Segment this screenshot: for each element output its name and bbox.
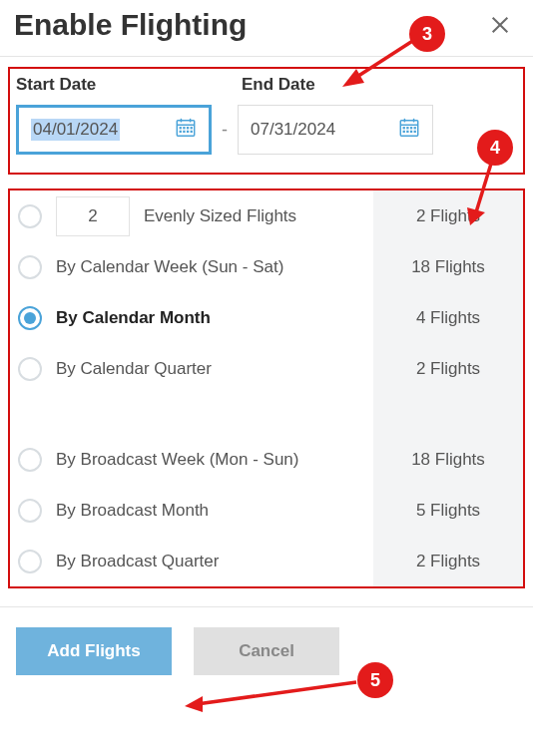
svg-rect-13 <box>191 130 193 132</box>
radio-calqtr[interactable] <box>18 357 42 381</box>
date-range-panel: Start Date End Date 04/01/2024 - 07 <box>8 67 525 175</box>
option-label: Evenly Sized Flights <box>144 206 296 226</box>
cancel-button[interactable]: Cancel <box>194 627 339 675</box>
flight-options-panel: Evenly Sized Flights2 FlightsBy Calendar… <box>8 189 525 588</box>
option-row-custom: Evenly Sized Flights2 Flights <box>10 190 523 241</box>
svg-rect-8 <box>187 127 189 129</box>
date-separator: - <box>212 120 238 141</box>
calendar-icon[interactable] <box>398 117 420 144</box>
radio-bweek[interactable] <box>18 448 42 472</box>
dialog-footer: Add Flights Cancel <box>0 607 533 675</box>
svg-rect-18 <box>403 127 405 129</box>
radio-calmon[interactable] <box>18 306 42 330</box>
option-label: By Calendar Week (Sun - Sat) <box>56 257 283 277</box>
option-flight-count: 18 Flights <box>373 241 523 292</box>
calendar-icon[interactable] <box>175 117 197 144</box>
svg-rect-22 <box>403 130 405 132</box>
option-flight-count: 18 Flights <box>373 434 523 485</box>
option-label: By Broadcast Quarter <box>56 552 219 571</box>
option-row-bqtr: By Broadcast Quarter2 Flights <box>10 536 523 586</box>
option-label: By Broadcast Week (Mon - Sun) <box>56 450 298 470</box>
option-row-calmon: By Calendar Month4 Flights <box>10 292 523 343</box>
radio-bmon[interactable] <box>18 499 42 523</box>
close-icon[interactable] <box>487 12 513 38</box>
option-label: By Calendar Quarter <box>56 359 212 379</box>
dialog-title: Enable Flighting <box>14 8 247 42</box>
option-flight-count: 2 Flights <box>373 190 523 241</box>
start-date-label: Start Date <box>16 69 242 105</box>
annotation-bubble-3: 3 <box>409 16 445 52</box>
end-date-input[interactable]: 07/31/2024 <box>238 105 433 155</box>
svg-rect-23 <box>406 130 408 132</box>
option-flight-count: 2 Flights <box>373 343 523 394</box>
radio-calweek[interactable] <box>18 255 42 279</box>
option-label: By Broadcast Month <box>56 501 209 521</box>
svg-rect-25 <box>414 130 416 132</box>
end-date-label: End Date <box>242 69 315 105</box>
option-flight-count: 4 Flights <box>373 292 523 343</box>
option-label: By Calendar Month <box>56 308 211 328</box>
option-flight-count: 2 Flights <box>373 536 523 586</box>
option-row-calqtr: By Calendar Quarter2 Flights <box>10 343 523 394</box>
option-row-bmon: By Broadcast Month5 Flights <box>10 485 523 536</box>
svg-rect-12 <box>187 130 189 132</box>
svg-rect-11 <box>183 130 185 132</box>
end-date-value: 07/31/2024 <box>251 120 335 140</box>
svg-rect-6 <box>180 127 182 129</box>
radio-bqtr[interactable] <box>18 550 42 573</box>
custom-flight-count-input[interactable] <box>56 196 130 236</box>
option-flight-count: 5 Flights <box>373 485 523 536</box>
svg-rect-19 <box>406 127 408 129</box>
svg-rect-20 <box>410 127 412 129</box>
svg-rect-21 <box>414 127 416 129</box>
svg-rect-10 <box>180 130 182 132</box>
annotation-arrow-5 <box>175 676 364 720</box>
svg-rect-24 <box>410 130 412 132</box>
start-date-input[interactable]: 04/01/2024 <box>16 105 212 155</box>
option-group-gap <box>10 394 523 434</box>
add-flights-button[interactable]: Add Flights <box>16 627 172 675</box>
start-date-value: 04/01/2024 <box>31 119 120 141</box>
dialog-header: Enable Flighting <box>0 0 533 57</box>
radio-custom[interactable] <box>18 204 42 228</box>
svg-marker-28 <box>185 696 203 712</box>
svg-rect-9 <box>191 127 193 129</box>
svg-rect-7 <box>183 127 185 129</box>
option-row-bweek: By Broadcast Week (Mon - Sun)18 Flights <box>10 434 523 485</box>
annotation-bubble-4: 4 <box>477 130 513 166</box>
option-row-calweek: By Calendar Week (Sun - Sat)18 Flights <box>10 241 523 292</box>
annotation-bubble-5: 5 <box>357 662 393 698</box>
